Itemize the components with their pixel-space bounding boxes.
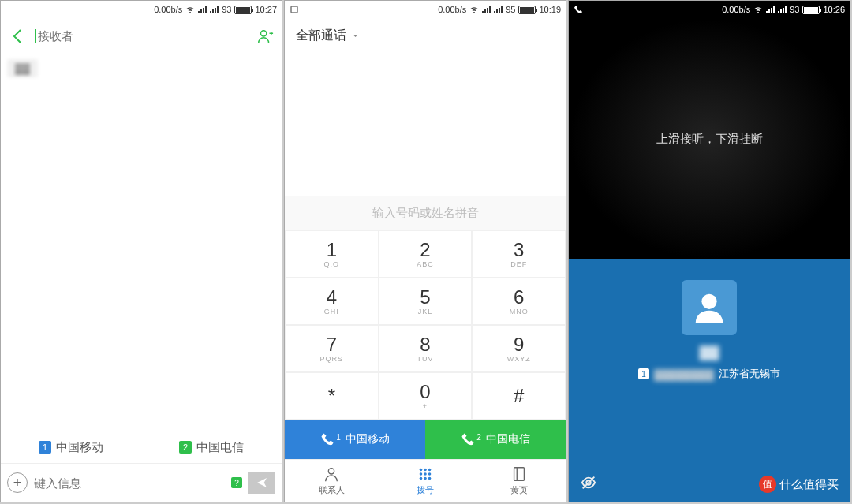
- battery-icon: [234, 6, 252, 14]
- key-8[interactable]: 8TUV: [379, 325, 473, 372]
- svg-point-11: [428, 477, 432, 480]
- key-4[interactable]: 4GHI: [285, 278, 379, 325]
- sim2-badge-icon: 2: [179, 441, 192, 454]
- dial-icon: [417, 465, 434, 483]
- watermark-badge-icon: 值: [759, 476, 776, 493]
- clock: 10:19: [539, 5, 561, 14]
- carrier-selector: 1 中国移动 2 中国电信: [1, 431, 282, 464]
- net-speed: 0.00b/s: [438, 5, 466, 14]
- signal-icon: [482, 6, 491, 13]
- svg-point-2: [329, 469, 334, 474]
- wifi-icon: [753, 5, 763, 14]
- key-6[interactable]: 6MNO: [472, 278, 566, 325]
- caller-info-row: 1 ▓▓▓▓▓▓▓▓ 江苏省无锡市: [638, 367, 780, 381]
- back-icon[interactable]: [9, 27, 28, 46]
- call-log-empty: [285, 53, 566, 196]
- svg-point-5: [428, 469, 432, 472]
- svg-point-4: [424, 469, 427, 472]
- mute-ringtone-button[interactable]: [580, 474, 597, 495]
- message-input-row: + ?: [1, 464, 282, 502]
- svg-rect-1: [291, 6, 297, 13]
- svg-point-8: [428, 472, 432, 476]
- recipient-input[interactable]: [36, 29, 256, 43]
- call1-label: 中国移动: [346, 432, 390, 446]
- nav-dial[interactable]: 拨号: [379, 460, 473, 502]
- battery-percent: 95: [506, 5, 515, 14]
- wifi-icon: [469, 5, 479, 14]
- add-contact-icon[interactable]: [256, 28, 274, 45]
- attach-button[interactable]: +: [7, 472, 28, 493]
- call-filter[interactable]: 全部通话: [285, 18, 566, 53]
- call2-label: 中国电信: [486, 432, 530, 446]
- key-7[interactable]: 7PQRS: [285, 325, 379, 372]
- status-bar: 0.00b/s 93 10:26: [569, 1, 850, 18]
- carrier2-label: 中国电信: [196, 440, 244, 455]
- phone-icon: [320, 432, 334, 446]
- net-speed: 0.00b/s: [154, 5, 182, 14]
- key-2[interactable]: 2ABC: [379, 230, 473, 278]
- key-3[interactable]: 3DEF: [472, 230, 566, 278]
- sim1-badge-icon: 1: [39, 441, 51, 454]
- caller-name: ▓▓: [700, 345, 719, 360]
- battery-percent: 93: [790, 5, 799, 14]
- dialer-screen: 0.00b/s 95 10:19 全部通话 输入号码或姓名拼音 1Q.O 2AB…: [284, 0, 566, 502]
- call-swipe-area[interactable]: 上滑接听，下滑挂断: [569, 18, 850, 259]
- sim-indicator-icon[interactable]: ?: [231, 477, 242, 488]
- recipient-chip-row: ▓▓: [1, 54, 282, 82]
- key-hash[interactable]: #: [472, 372, 566, 420]
- swipe-hint: 上滑接听，下滑挂断: [656, 132, 763, 147]
- bottom-nav: 联系人 拨号 黄页: [285, 459, 566, 502]
- svg-point-9: [420, 477, 423, 480]
- key-0[interactable]: 0+: [379, 372, 473, 420]
- call-indicator-icon: [574, 5, 583, 14]
- recipient-chip[interactable]: ▓▓: [7, 59, 38, 77]
- battery-icon: [518, 6, 536, 14]
- nav-yellowpages[interactable]: 黄页: [472, 460, 566, 502]
- caller-location: 江苏省无锡市: [719, 367, 780, 381]
- carrier-option-1[interactable]: 1 中国移动: [1, 440, 141, 455]
- key-star[interactable]: *: [285, 372, 379, 420]
- screenshot-icon: [290, 5, 299, 14]
- nav-contacts[interactable]: 联系人: [285, 460, 379, 502]
- carrier1-label: 中国移动: [56, 440, 103, 455]
- svg-rect-12: [514, 468, 524, 481]
- carrier-option-2[interactable]: 2 中国电信: [141, 440, 282, 455]
- keypad: 1Q.O 2ABC 3DEF 4GHI 5JKL 6MNO 7PQRS 8TUV…: [285, 230, 566, 420]
- call-sim2-button[interactable]: 2 中国电信: [425, 420, 566, 459]
- key-1[interactable]: 1Q.O: [285, 230, 379, 278]
- signal-icon-2: [778, 6, 787, 13]
- book-icon: [510, 465, 528, 483]
- svg-point-6: [420, 472, 423, 476]
- watermark-text: 什么值得买: [779, 477, 839, 492]
- phone-icon: [461, 432, 475, 446]
- signal-icon: [766, 6, 775, 13]
- filter-label: 全部通话: [296, 28, 346, 44]
- watermark: 值 什么值得买: [759, 476, 839, 493]
- incoming-call-screen: 0.00b/s 93 10:26 上滑接听，下滑挂断 ▓▓ 1 ▓▓▓▓▓▓▓▓…: [568, 0, 850, 502]
- svg-point-0: [261, 30, 267, 35]
- person-icon: [691, 289, 727, 326]
- key-5[interactable]: 5JKL: [379, 278, 473, 325]
- status-bar: 0.00b/s 95 10:19: [285, 1, 566, 18]
- caller-panel: ▓▓ 1 ▓▓▓▓▓▓▓▓ 江苏省无锡市 值 什么值得买: [569, 259, 850, 502]
- battery-icon: [802, 6, 820, 14]
- message-input[interactable]: [34, 476, 225, 490]
- clock: 10:27: [255, 5, 277, 14]
- svg-point-3: [420, 469, 423, 472]
- call-sim1-button[interactable]: 1 中国移动: [285, 420, 425, 459]
- key-9[interactable]: 9WXYZ: [472, 325, 566, 372]
- chevron-down-icon: [351, 32, 360, 40]
- caller-number: ▓▓▓▓▓▓▓▓: [654, 368, 714, 380]
- battery-percent: 93: [222, 5, 231, 14]
- signal-icon-2: [494, 6, 503, 13]
- dial-hint: 输入号码或姓名拼音: [285, 196, 566, 230]
- svg-point-7: [424, 472, 427, 476]
- wifi-icon: [185, 5, 195, 14]
- send-button[interactable]: [248, 472, 275, 494]
- signal-icon: [198, 6, 207, 13]
- messaging-compose-screen: 0.00b/s 93 10:27 ▓▓ 1 中国移动 2 中国电信 + ?: [0, 0, 282, 502]
- svg-point-13: [701, 294, 716, 309]
- caller-avatar: [682, 280, 737, 335]
- clock: 10:26: [823, 5, 845, 14]
- call-button-row: 1 中国移动 2 中国电信: [285, 420, 566, 459]
